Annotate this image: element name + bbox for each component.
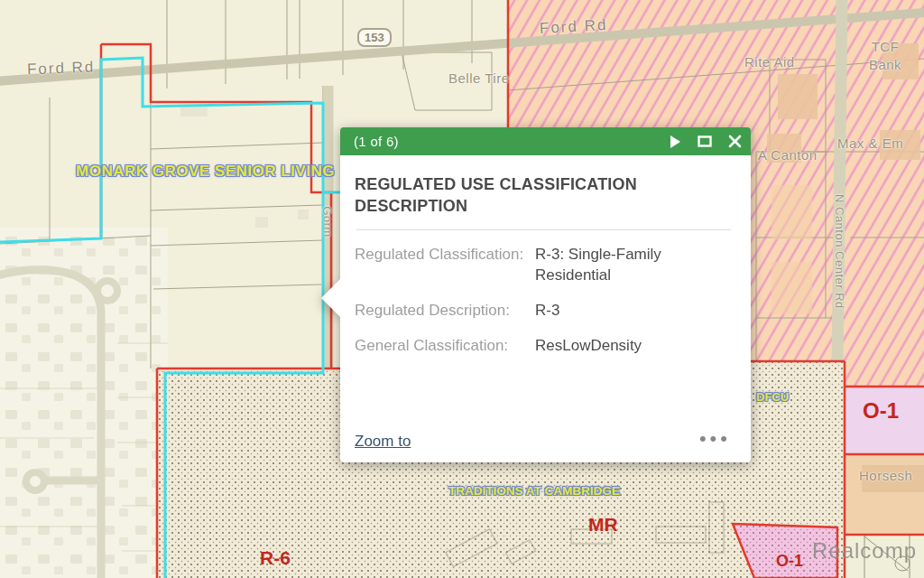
zone-peach bbox=[845, 454, 924, 535]
place-label-rite-aid: Rite Aid bbox=[744, 54, 795, 70]
maximize-button[interactable] bbox=[698, 127, 712, 155]
road-label-canton-center: N Canton Center Rd bbox=[833, 194, 846, 309]
realcomp-watermark: Realcomp bbox=[812, 538, 917, 564]
place-label-monark-grove: MONARK GROVE SENIOR LIVING bbox=[76, 163, 335, 181]
field-label: General Classification: bbox=[355, 335, 535, 357]
zone-label-o1-bottom: O-1 bbox=[776, 552, 803, 571]
field-label: Regulated Description: bbox=[355, 300, 535, 322]
zone-label-r6: R-6 bbox=[260, 547, 291, 569]
field-row: Regulated Description: R-3 bbox=[355, 300, 733, 322]
close-button[interactable] bbox=[728, 127, 742, 155]
place-label-belle-tire: Belle Tire bbox=[448, 70, 510, 86]
next-feature-button[interactable] bbox=[670, 127, 681, 155]
field-value: R-3: Single-Family Residential bbox=[535, 244, 716, 287]
field-value: ResLowDensity bbox=[535, 335, 716, 357]
popup-pagination: (1 of 6) bbox=[354, 134, 399, 149]
road-label-ford-right: Ford Rd bbox=[540, 16, 608, 38]
zone-label-o1-right: O-1 bbox=[863, 398, 899, 424]
close-icon bbox=[728, 135, 742, 148]
place-label-tcf-bank: TCF Bank bbox=[862, 38, 909, 75]
feature-info-popup: (1 of 6) REGULATED USE CLASSIFICATION DE… bbox=[340, 127, 751, 462]
zoom-to-link[interactable]: Zoom to bbox=[355, 433, 411, 451]
road-label-gorman: Gorm bbox=[320, 206, 335, 238]
popup-footer: Zoom to ••• bbox=[355, 433, 731, 451]
highway-shield-153: 153 bbox=[357, 28, 392, 47]
field-row: Regulated Classification: R-3: Single-Fa… bbox=[355, 244, 733, 287]
subdivision-area bbox=[0, 228, 168, 578]
popup-header: (1 of 6) bbox=[340, 127, 751, 155]
field-row: General Classification: ResLowDensity bbox=[355, 335, 733, 357]
zone-label-mr: MR bbox=[588, 514, 618, 536]
place-label-dfcu: DFCU bbox=[756, 390, 789, 404]
popup-pointer bbox=[321, 278, 341, 318]
map-viewport[interactable]: Ford Rd 153 Ford Rd Belle Tire Rite Aid … bbox=[0, 0, 924, 578]
play-icon bbox=[670, 135, 681, 148]
place-label-max-em: Max & Em bbox=[837, 135, 903, 151]
popup-title: REGULATED USE CLASSIFICATION DESCRIPTION bbox=[355, 173, 688, 218]
place-label-traditions: TRADITIONS AT CAMBRIDGE bbox=[448, 484, 620, 498]
popup-divider bbox=[356, 229, 731, 230]
place-label-horseshoe: Horsesh bbox=[859, 468, 912, 483]
popup-body: REGULATED USE CLASSIFICATION DESCRIPTION… bbox=[340, 155, 751, 462]
maximize-icon bbox=[698, 135, 712, 147]
field-label: Regulated Classification: bbox=[355, 244, 535, 287]
place-label-a-canton: A Canton bbox=[758, 147, 818, 163]
field-value: R-3 bbox=[535, 300, 716, 322]
more-options-button[interactable]: ••• bbox=[699, 434, 731, 450]
road-label-ford-left: Ford Rd bbox=[27, 59, 96, 79]
